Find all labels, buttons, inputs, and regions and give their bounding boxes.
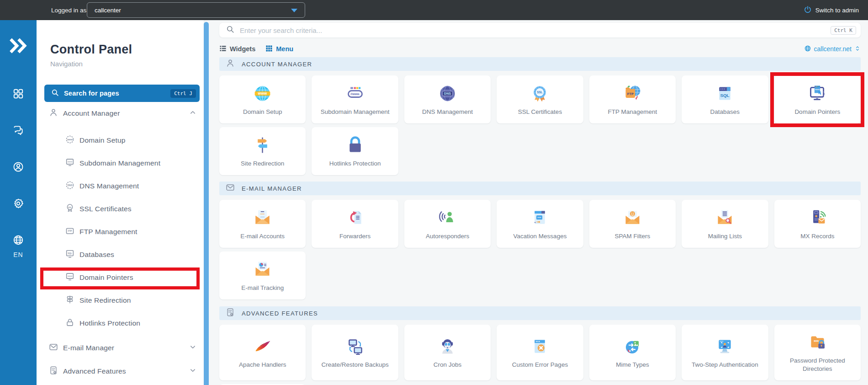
ssl-certificates-icon: SSL bbox=[529, 83, 550, 104]
nav-item-subdomain-management[interactable]: wwwSubdomain Management bbox=[37, 152, 204, 175]
tile-e-mail-tracking[interactable]: E-mail Tracking bbox=[219, 251, 306, 299]
apps-icon[interactable] bbox=[12, 88, 24, 102]
nav-item-dns-management[interactable]: DNSDNS Management bbox=[37, 175, 204, 198]
directadmin-app: Logged in as callcenter Switch to admin … bbox=[0, 0, 868, 385]
tile-password-protected-directories[interactable]: ***Password Protected Directories bbox=[774, 325, 861, 380]
svg-text:WWW: WWW bbox=[258, 92, 267, 95]
nav-scrollbar-thumb[interactable] bbox=[204, 22, 209, 385]
tile-ftp-management[interactable]: FTPFTP Management bbox=[589, 75, 676, 123]
svg-text:***: *** bbox=[814, 339, 819, 344]
language-icon[interactable] bbox=[12, 234, 24, 248]
tile-mx-records[interactable]: MX Records bbox=[774, 200, 861, 248]
tile-dns-management[interactable]: DNSDNS Management bbox=[404, 75, 491, 123]
nav-item-advanced-features[interactable]: Advanced Features bbox=[37, 361, 204, 381]
nav-item-site-redirection[interactable]: Site Redirection bbox=[37, 289, 204, 312]
tile-vacation-messages[interactable]: Vacation Messages bbox=[497, 200, 583, 248]
directadmin-logo-icon[interactable] bbox=[9, 37, 27, 56]
search-pages-button[interactable]: Search for pages Ctrl J bbox=[44, 85, 200, 102]
tile-grid-e-mail-manager: ****E-mail AccountsForwardersAutorespond… bbox=[219, 200, 861, 299]
tab-widgets-label: Widgets bbox=[230, 45, 255, 53]
tile-two-step-authentication[interactable]: Two-Step Authentication bbox=[682, 325, 768, 380]
sidebar-rail: EN bbox=[0, 20, 37, 385]
tile-domain-pointers[interactable]: wwwDomain Pointers bbox=[774, 75, 861, 123]
tile-label: E-mail Tracking bbox=[236, 284, 289, 292]
tile-cron-jobs[interactable]: Cron Jobs bbox=[404, 325, 491, 380]
tile-label: Two-Step Authentication bbox=[686, 361, 764, 369]
tile-label: FTP Management bbox=[603, 108, 663, 116]
view-switcher: Widgets Menu callcenter.net bbox=[219, 44, 861, 53]
section-title: E-MAIL MANAGER bbox=[242, 185, 302, 192]
svg-text:DNS: DNS bbox=[444, 92, 451, 96]
power-icon bbox=[804, 5, 812, 15]
tile-label: Apache Handlers bbox=[233, 361, 292, 369]
tile-e-mail-accounts[interactable]: ****E-mail Accounts bbox=[219, 200, 306, 248]
settings-icon[interactable] bbox=[12, 198, 24, 211]
language-label[interactable]: EN bbox=[13, 251, 23, 258]
page-subtitle: Navigation bbox=[50, 59, 204, 68]
nav-item-domain-setup[interactable]: wwwDomain Setup bbox=[37, 129, 204, 152]
page-title: Control Panel bbox=[50, 42, 204, 57]
nav-item-ftp-management[interactable]: FTPFTP Management bbox=[37, 220, 204, 243]
account-icon[interactable] bbox=[12, 161, 24, 175]
svg-text:www: www bbox=[67, 160, 73, 163]
search-icon bbox=[226, 25, 235, 36]
tile-label: Domain Pointers bbox=[789, 108, 846, 116]
tile-databases[interactable]: SQLDatabases bbox=[682, 75, 768, 123]
tile-forwarders[interactable]: Forwarders bbox=[312, 200, 398, 248]
tile-spam-filters[interactable]: SPAM Filters bbox=[589, 200, 676, 248]
lock-icon bbox=[65, 317, 75, 329]
tile-label: Databases bbox=[705, 108, 746, 116]
svg-text:SSL: SSL bbox=[68, 206, 72, 209]
nav-item-label: Advanced Features bbox=[63, 367, 126, 375]
tile-label: Create/Restore Backups bbox=[316, 361, 394, 369]
tile-label: Vacation Messages bbox=[508, 232, 572, 241]
nav-item-hotlinks-protection[interactable]: Hotlinks Protection bbox=[37, 312, 204, 335]
nav-item-label: Hotlinks Protection bbox=[79, 319, 140, 327]
tile-label: Subdomain Management bbox=[315, 108, 395, 116]
tile-apache-handlers[interactable]: Apache Handlers bbox=[219, 325, 306, 380]
ftp-icon: FTP bbox=[65, 226, 75, 238]
tile-hotlinks-protection[interactable]: Hotlinks Protection bbox=[312, 127, 398, 175]
search-input[interactable] bbox=[240, 27, 826, 34]
tab-widgets[interactable]: Widgets bbox=[219, 45, 255, 53]
tile-site-redirection[interactable]: Site Redirection bbox=[219, 127, 306, 175]
main-search-bar[interactable]: Ctrl K bbox=[219, 23, 861, 37]
tab-menu[interactable]: Menu bbox=[265, 45, 293, 53]
e-mail-tracking-icon bbox=[252, 259, 273, 280]
chat-icon[interactable] bbox=[12, 124, 24, 138]
account-selector[interactable]: callcenter bbox=[87, 2, 305, 18]
switch-to-admin-label: Switch to admin bbox=[815, 7, 859, 14]
doc-gear-icon bbox=[48, 365, 58, 377]
tile-autoresponders[interactable]: Autoresponders bbox=[404, 200, 491, 248]
tile-subdomain-management[interactable]: //www.Subdomain Management bbox=[312, 75, 398, 123]
nav-item-label: FTP Management bbox=[79, 228, 138, 236]
tile-domain-setup[interactable]: WWWDomain Setup bbox=[219, 75, 306, 123]
nav-item-account-manager[interactable]: Account Manager bbox=[37, 103, 204, 123]
tile-mailing-lists[interactable]: Mailing Lists bbox=[682, 200, 768, 248]
menu-grid-icon bbox=[265, 45, 273, 53]
tile-ssl-certificates[interactable]: SSLSSL Certificates bbox=[497, 75, 583, 123]
tile-label: DNS Management bbox=[417, 108, 478, 116]
svg-text:DNS: DNS bbox=[68, 184, 73, 187]
tile-label: Mime Types bbox=[610, 361, 655, 369]
ftp-management-icon: FTP bbox=[622, 83, 643, 104]
nav-item-label: Databases bbox=[79, 251, 114, 259]
tile-create-restore-backups[interactable]: Create/Restore Backups bbox=[312, 325, 398, 380]
monitor-www-icon: www bbox=[65, 272, 75, 283]
tile-custom-error-pages[interactable]: Custom Error Pages bbox=[497, 325, 583, 380]
switch-to-admin-button[interactable]: Switch to admin bbox=[804, 5, 859, 15]
domain-setup-icon: WWW bbox=[252, 83, 273, 104]
nav-item-ssl-certificates[interactable]: SSLSSL Certificates bbox=[37, 198, 204, 220]
spam-filters-icon bbox=[622, 208, 643, 229]
account-name: callcenter bbox=[95, 7, 121, 14]
tile-mime-types[interactable]: Mime Types bbox=[589, 325, 676, 380]
nav-item-databases[interactable]: SQLDatabases bbox=[37, 243, 204, 266]
tile-label: Domain Setup bbox=[238, 108, 288, 116]
domain-selector[interactable]: callcenter.net bbox=[804, 45, 861, 53]
mailing-lists-icon bbox=[715, 208, 735, 229]
nav-item-domain-pointers[interactable]: wwwDomain Pointers bbox=[37, 266, 204, 289]
databases-icon: SQL bbox=[715, 83, 735, 104]
navigation-panel: Control Panel Navigation Search for page… bbox=[37, 20, 204, 385]
tile-label: SPAM Filters bbox=[609, 232, 656, 241]
nav-item-e-mail-manager[interactable]: E-mail Manager bbox=[37, 338, 204, 358]
